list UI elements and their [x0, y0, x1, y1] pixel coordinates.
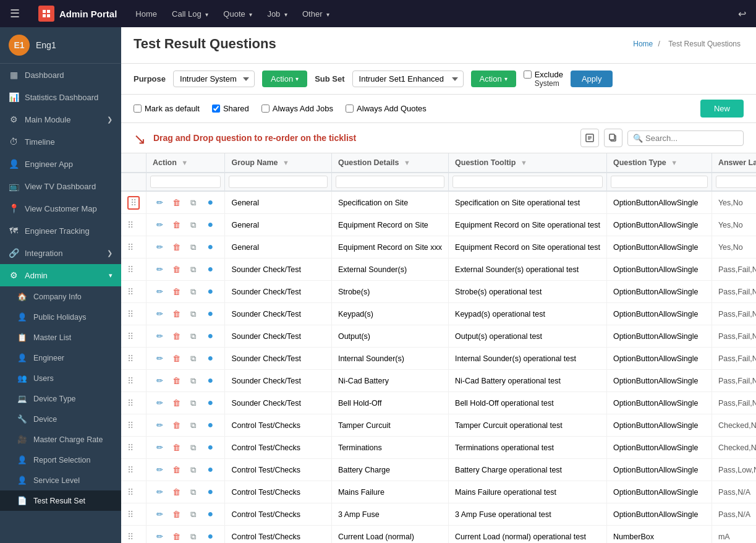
drag-handle[interactable]: ⠿	[127, 196, 140, 210]
sidebar-sub-users[interactable]: 👥 Users	[0, 368, 121, 388]
status-dot-icon[interactable]: ●	[203, 418, 217, 432]
drag-handle[interactable]: ⠿	[127, 331, 134, 341]
edit-icon[interactable]: ✏	[153, 352, 166, 366]
status-dot-icon[interactable]: ●	[203, 485, 217, 498]
sidebar-item-dashboard[interactable]: ▦ Dashboard	[0, 64, 121, 86]
table-icon-btn-1[interactable]	[580, 129, 599, 147]
top-right-icon[interactable]: ↩	[738, 8, 746, 20]
nav-other[interactable]: Other ▾	[296, 6, 336, 22]
edit-icon[interactable]: ✏	[153, 419, 166, 432]
edit-icon[interactable]: ✏	[153, 241, 166, 254]
copy-icon[interactable]: ⧉	[187, 307, 200, 321]
purpose-select[interactable]: Intruder System Fire System CCTV Access …	[173, 71, 255, 87]
delete-icon[interactable]: 🗑	[169, 196, 183, 210]
nav-calllog[interactable]: Call Log ▾	[166, 6, 214, 22]
sidebar-sub-engineer[interactable]: 👤 Engineer	[0, 348, 121, 368]
edit-icon[interactable]: ✏	[153, 374, 166, 388]
search-input[interactable]	[645, 134, 738, 143]
sidebar-sub-master-charge-rate[interactable]: 🎥 Master Charge Rate	[0, 429, 121, 450]
exclude-checkbox-label[interactable]: Exclude	[524, 70, 563, 79]
status-dot-icon[interactable]: ●	[203, 218, 217, 231]
table-icon-btn-2[interactable]	[604, 129, 622, 147]
status-dot-icon[interactable]: ●	[203, 284, 217, 298]
sidebar-sub-master-list[interactable]: 📋 Master List	[0, 327, 121, 348]
sidebar-sub-company-info[interactable]: 🏠 Company Info	[0, 286, 121, 307]
status-dot-icon[interactable]: ●	[203, 240, 217, 254]
search-tooltip[interactable]	[452, 176, 603, 188]
status-dot-icon[interactable]: ●	[203, 507, 217, 521]
search-type[interactable]	[611, 176, 708, 188]
delete-icon[interactable]: 🗑	[169, 530, 183, 544]
status-dot-icon[interactable]: ●	[203, 351, 217, 365]
shared-label[interactable]: Shared	[212, 104, 249, 113]
sidebar-item-integration[interactable]: 🔗 Integration ❯	[0, 242, 121, 264]
copy-icon[interactable]: ⧉	[187, 285, 200, 299]
sidebar-item-view-tv[interactable]: 📺 View TV Dashboard	[0, 175, 121, 197]
edit-icon[interactable]: ✏	[153, 330, 166, 343]
delete-icon[interactable]: 🗑	[169, 330, 183, 343]
copy-icon[interactable]: ⧉	[187, 396, 200, 410]
status-dot-icon[interactable]: ●	[203, 329, 217, 343]
sidebar-sub-public-holidays[interactable]: 👤 Public Holidays	[0, 307, 121, 327]
status-dot-icon[interactable]: ●	[203, 440, 217, 454]
delete-icon[interactable]: 🗑	[169, 441, 183, 455]
edit-icon[interactable]: ✏	[153, 307, 166, 321]
edit-icon[interactable]: ✏	[153, 196, 166, 210]
copy-icon[interactable]: ⧉	[187, 419, 200, 432]
sidebar-sub-test-result-set[interactable]: 📄 Test Result Set	[0, 490, 121, 511]
status-dot-icon[interactable]: ●	[203, 195, 217, 209]
copy-icon[interactable]: ⧉	[187, 508, 200, 521]
hamburger-icon[interactable]: ☰	[10, 7, 20, 20]
sidebar-item-timeline[interactable]: ⏱ Timeline	[0, 130, 121, 153]
edit-icon[interactable]: ✏	[153, 396, 166, 410]
always-add-quotes-label[interactable]: Always Add Quotes	[346, 104, 427, 113]
status-dot-icon[interactable]: ●	[203, 529, 217, 543]
copy-icon[interactable]: ⧉	[187, 352, 200, 366]
sidebar-item-engineer-tracking[interactable]: 🗺 Engineer Tracking	[0, 220, 121, 242]
search-action[interactable]	[150, 176, 221, 188]
search-details[interactable]	[336, 176, 444, 188]
sidebar-sub-service-level[interactable]: 👤 Service Level	[0, 470, 121, 490]
edit-icon[interactable]: ✏	[153, 530, 166, 544]
delete-icon[interactable]: 🗑	[169, 396, 183, 410]
delete-icon[interactable]: 🗑	[169, 307, 183, 321]
shared-checkbox[interactable]	[212, 105, 220, 113]
copy-icon[interactable]: ⧉	[187, 196, 200, 210]
status-dot-icon[interactable]: ●	[203, 396, 217, 409]
nav-job[interactable]: Job ▾	[261, 6, 294, 22]
drag-handle[interactable]: ⠿	[127, 532, 134, 542]
drag-handle[interactable]: ⠿	[127, 376, 134, 386]
nav-home[interactable]: Home	[129, 6, 163, 22]
edit-icon[interactable]: ✏	[153, 285, 166, 299]
search-answer[interactable]	[716, 176, 756, 188]
delete-icon[interactable]: 🗑	[169, 374, 183, 388]
status-dot-icon[interactable]: ●	[203, 262, 217, 276]
drag-handle[interactable]: ⠿	[127, 309, 134, 319]
status-dot-icon[interactable]: ●	[203, 374, 217, 387]
drag-handle[interactable]: ⠿	[127, 265, 134, 275]
subset-select[interactable]: Intruder Set1 Enhanced Intruder Set2	[352, 71, 464, 87]
drag-handle[interactable]: ⠿	[127, 443, 134, 453]
status-dot-icon[interactable]: ●	[203, 463, 217, 476]
edit-icon[interactable]: ✏	[153, 508, 166, 521]
drag-handle[interactable]: ⠿	[127, 287, 134, 297]
sidebar-item-main-module[interactable]: ⚙ Main Module ❯	[0, 108, 121, 130]
delete-icon[interactable]: 🗑	[169, 419, 183, 432]
copy-icon[interactable]: ⧉	[187, 441, 200, 455]
edit-icon[interactable]: ✏	[153, 485, 166, 499]
mark-default-checkbox[interactable]	[134, 105, 142, 113]
copy-icon[interactable]: ⧉	[187, 374, 200, 388]
delete-icon[interactable]: 🗑	[169, 285, 183, 299]
delete-icon[interactable]: 🗑	[169, 352, 183, 366]
copy-icon[interactable]: ⧉	[187, 330, 200, 343]
drag-handle[interactable]: ⠿	[127, 398, 134, 408]
nav-quote[interactable]: Quote ▾	[217, 6, 258, 22]
always-add-quotes-checkbox[interactable]	[346, 105, 354, 113]
search-group[interactable]	[229, 176, 327, 188]
drag-handle[interactable]: ⠿	[127, 220, 134, 230]
drag-handle[interactable]: ⠿	[127, 487, 134, 497]
sidebar-sub-device-type[interactable]: 💻 Device Type	[0, 388, 121, 409]
sidebar-item-engineer-app[interactable]: 👤 Engineer App	[0, 153, 121, 175]
copy-icon[interactable]: ⧉	[187, 263, 200, 276]
mark-default-label[interactable]: Mark as default	[134, 104, 200, 113]
